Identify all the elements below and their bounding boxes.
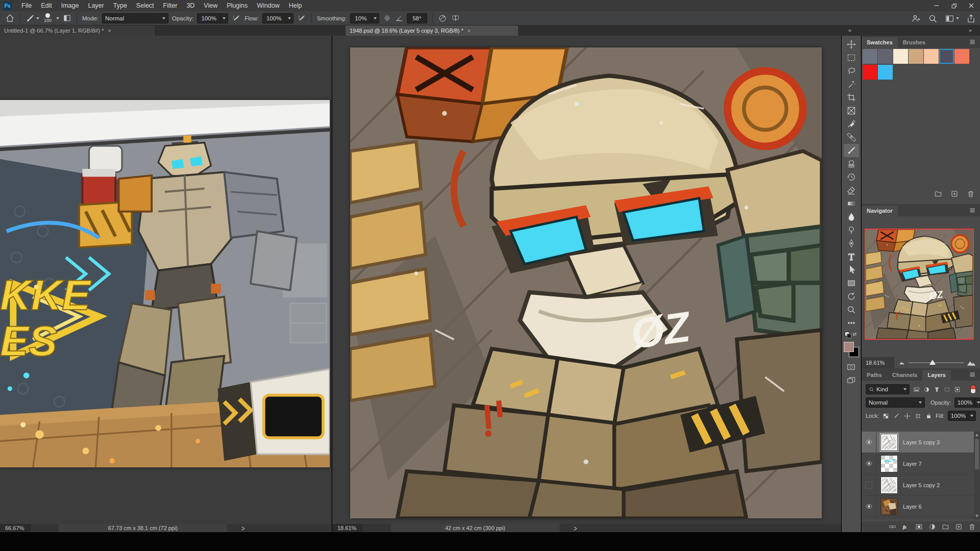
layer-fill-chevron[interactable] [968,411,976,421]
menu-edit[interactable]: Edit [36,0,57,11]
eraser-tool[interactable] [844,184,859,197]
flow-chevron[interactable] [286,13,293,23]
layer-row[interactable]: Layer 6 [862,496,980,517]
brush-angle-input[interactable]: 58° [407,13,427,23]
blur-tool[interactable] [844,210,859,223]
menu-view[interactable]: View [199,0,222,11]
navigator-zoom-slider[interactable] [894,358,980,367]
menu-type[interactable]: Type [109,0,132,11]
tab-close-icon[interactable]: × [108,28,111,34]
layer-fill-input[interactable]: 100% [948,411,968,421]
tab-layers[interactable]: Layers [922,370,950,381]
tool-preset-picker[interactable] [26,14,39,23]
smoothing-input[interactable]: 10% [350,13,372,23]
layer-opacity-input[interactable]: 100% [954,397,975,408]
shape-layers-icon[interactable] [944,386,950,393]
layer-mask-icon[interactable] [915,523,923,531]
lock-all-icon[interactable] [925,413,932,419]
type-layers-icon[interactable] [934,386,940,393]
zoom-in-icon[interactable] [967,358,976,367]
swatch[interactable] [893,49,908,64]
document-tab-untitled[interactable]: Untitled-1 @ 66.7% (Layer 1, RGB/8#) * × [0,26,156,36]
clone-stamp-tool[interactable] [844,157,859,170]
layer-effects-icon[interactable] [902,523,910,531]
tab-navigator[interactable]: Navigator [862,206,898,216]
tab-close-icon[interactable]: × [468,28,471,34]
lock-paint-icon[interactable] [893,413,900,419]
lock-artboard-icon[interactable] [915,413,921,419]
tab-brushes[interactable]: Brushes [898,37,930,48]
collapse-panels-icon[interactable]: » [969,27,971,33]
foreground-background-colors[interactable] [844,340,859,357]
type-tool[interactable] [844,250,859,263]
tab-channels[interactable]: Channels [887,370,923,381]
swatch[interactable] [878,65,893,80]
lasso-tool[interactable] [844,64,859,78]
menu-image[interactable]: Image [57,0,84,11]
gradient-tool[interactable] [844,197,859,210]
layer-opacity-chevron[interactable] [975,397,980,408]
adjustment-layer-icon[interactable] [928,523,936,531]
scroll-down-arrow[interactable] [975,515,978,517]
layer-thumbnail[interactable] [880,498,898,515]
restore-button[interactable] [945,0,963,11]
new-group-icon[interactable] [934,190,942,198]
zoom-level-input[interactable]: 66.67% [0,524,31,532]
link-layers-icon[interactable] [889,523,896,531]
path-select-tool[interactable] [844,263,859,277]
home-button[interactable] [5,13,15,23]
minimize-button[interactable] [928,0,945,11]
airbrush-button[interactable] [297,14,306,23]
delete-layer-icon[interactable] [968,523,976,531]
symmetry-button[interactable] [438,14,447,23]
brush-picker-chevron[interactable] [56,17,59,19]
delete-swatch-icon[interactable] [967,190,975,198]
paint-symmetry-button[interactable] [451,13,460,23]
swap-colors-icon[interactable]: ⇄ [853,332,857,337]
search-icon[interactable] [928,14,938,23]
layer-name[interactable]: Layer 5 copy 2 [903,482,940,488]
panel-menu-icon[interactable] [969,371,976,378]
filter-toggle-pill[interactable] [970,385,976,394]
frame-tool[interactable] [844,104,859,117]
rotate-view-tool[interactable] [844,290,859,303]
visibility-toggle[interactable] [862,453,876,474]
visibility-toggle[interactable] [862,432,876,453]
panel-menu-icon[interactable] [969,207,976,214]
layer-filter-kind-select[interactable]: Kind [866,384,910,394]
panel-menu-icon[interactable] [969,38,976,45]
brush-settings-picker[interactable]: 100 [44,13,52,23]
status-chevron[interactable]: > [574,524,577,533]
layer-group-icon[interactable] [942,523,949,531]
tab-paths[interactable]: Paths [862,370,887,381]
menu-plugins[interactable]: Plugins [222,0,252,11]
quick-select-tool[interactable] [844,78,859,91]
visibility-toggle[interactable] [862,496,876,517]
menu-file[interactable]: File [17,0,36,11]
swatch[interactable] [924,49,939,64]
new-layer-icon[interactable] [955,523,963,531]
move-tool[interactable] [844,38,859,51]
toggle-brush-panel-button[interactable] [63,14,71,22]
layer-thumbnail[interactable] [880,519,898,520]
menu-layer[interactable]: Layer [83,0,108,11]
close-button[interactable] [963,0,980,11]
smoothing-options-button[interactable] [383,14,391,22]
swatch[interactable] [863,65,877,80]
layer-thumbnail[interactable] [880,477,898,494]
lock-transparent-icon[interactable] [883,413,889,419]
foreground-color-swatch[interactable] [844,342,854,352]
collapse-toolbar-icon[interactable]: « [848,27,851,33]
status-chevron[interactable]: > [241,524,244,533]
swatch[interactable] [954,49,969,64]
layer-row[interactable] [862,517,980,519]
menu-select[interactable]: Select [132,0,159,11]
menu-3d[interactable]: 3D [182,0,199,11]
share-icon[interactable] [966,14,976,23]
smoothing-chevron[interactable] [372,13,379,23]
scrollbar-thumb[interactable] [975,439,979,469]
pixel-layers-icon[interactable] [913,386,920,393]
crop-tool[interactable] [844,91,859,104]
workspace-switcher-icon[interactable] [945,14,959,23]
opacity-chevron[interactable] [220,13,228,23]
